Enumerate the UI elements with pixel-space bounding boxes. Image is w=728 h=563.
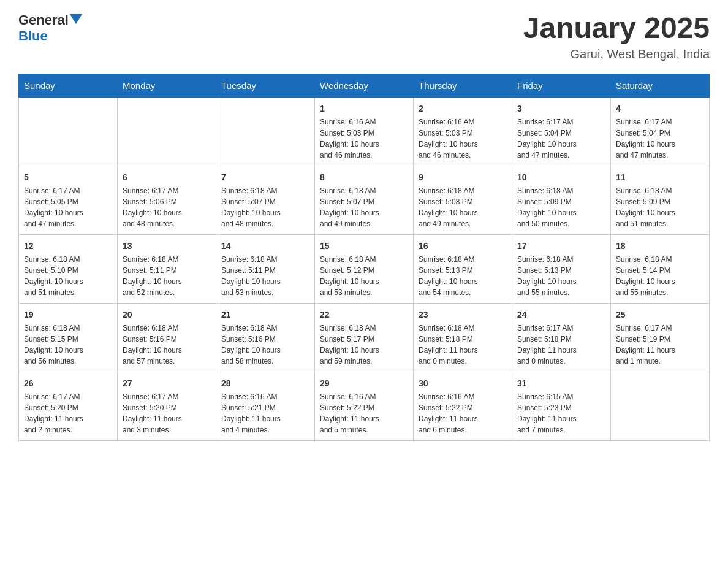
calendar-cell: 31Sunrise: 6:15 AM Sunset: 5:23 PM Dayli…: [512, 372, 611, 440]
day-info: Sunrise: 6:17 AM Sunset: 5:18 PM Dayligh…: [517, 323, 605, 367]
calendar-table: SundayMondayTuesdayWednesdayThursdayFrid…: [18, 74, 710, 441]
column-header-thursday: Thursday: [414, 74, 512, 97]
calendar-cell: 18Sunrise: 6:18 AM Sunset: 5:14 PM Dayli…: [611, 234, 710, 303]
day-info: Sunrise: 6:17 AM Sunset: 5:20 PM Dayligh…: [123, 391, 211, 435]
calendar-cell: 4Sunrise: 6:17 AM Sunset: 5:04 PM Daylig…: [611, 97, 710, 166]
day-info: Sunrise: 6:17 AM Sunset: 5:20 PM Dayligh…: [24, 391, 112, 435]
day-number: 1: [320, 102, 408, 115]
calendar-cell: 29Sunrise: 6:16 AM Sunset: 5:22 PM Dayli…: [315, 372, 414, 440]
day-number: 23: [419, 308, 507, 321]
calendar-cell: 12Sunrise: 6:18 AM Sunset: 5:10 PM Dayli…: [19, 234, 118, 303]
calendar-cell: 8Sunrise: 6:18 AM Sunset: 5:07 PM Daylig…: [315, 166, 414, 234]
column-header-friday: Friday: [512, 74, 611, 97]
calendar-cell: 24Sunrise: 6:17 AM Sunset: 5:18 PM Dayli…: [512, 303, 611, 372]
calendar-cell: [19, 97, 118, 166]
day-info: Sunrise: 6:18 AM Sunset: 5:13 PM Dayligh…: [419, 254, 507, 298]
calendar-week-4: 19Sunrise: 6:18 AM Sunset: 5:15 PM Dayli…: [19, 303, 710, 372]
day-info: Sunrise: 6:17 AM Sunset: 5:04 PM Dayligh…: [616, 117, 704, 161]
calendar-cell: 2Sunrise: 6:16 AM Sunset: 5:03 PM Daylig…: [414, 97, 512, 166]
day-info: Sunrise: 6:18 AM Sunset: 5:12 PM Dayligh…: [320, 254, 408, 298]
day-info: Sunrise: 6:18 AM Sunset: 5:07 PM Dayligh…: [320, 185, 408, 229]
calendar-cell: 26Sunrise: 6:17 AM Sunset: 5:20 PM Dayli…: [19, 372, 118, 440]
calendar-cell: 17Sunrise: 6:18 AM Sunset: 5:13 PM Dayli…: [512, 234, 611, 303]
day-number: 30: [419, 377, 507, 390]
day-number: 12: [24, 240, 112, 253]
day-info: Sunrise: 6:16 AM Sunset: 5:03 PM Dayligh…: [419, 117, 507, 161]
logo-triangle-icon: [70, 14, 82, 24]
calendar-cell: 10Sunrise: 6:18 AM Sunset: 5:09 PM Dayli…: [512, 166, 611, 234]
calendar-cell: [216, 97, 315, 166]
day-number: 20: [123, 308, 211, 321]
calendar-cell: 1Sunrise: 6:16 AM Sunset: 5:03 PM Daylig…: [315, 97, 414, 166]
calendar-week-5: 26Sunrise: 6:17 AM Sunset: 5:20 PM Dayli…: [19, 372, 710, 440]
day-number: 24: [517, 308, 605, 321]
day-number: 28: [221, 377, 309, 390]
day-number: 13: [123, 240, 211, 253]
title-section: January 2025 Garui, West Bengal, India: [523, 12, 710, 61]
day-info: Sunrise: 6:16 AM Sunset: 5:22 PM Dayligh…: [419, 391, 507, 435]
day-info: Sunrise: 6:18 AM Sunset: 5:07 PM Dayligh…: [221, 185, 309, 229]
day-info: Sunrise: 6:18 AM Sunset: 5:11 PM Dayligh…: [221, 254, 309, 298]
day-number: 16: [419, 240, 507, 253]
day-info: Sunrise: 6:18 AM Sunset: 5:18 PM Dayligh…: [419, 323, 507, 367]
day-number: 15: [320, 240, 408, 253]
calendar-cell: 30Sunrise: 6:16 AM Sunset: 5:22 PM Dayli…: [414, 372, 512, 440]
day-info: Sunrise: 6:18 AM Sunset: 5:17 PM Dayligh…: [320, 323, 408, 367]
calendar-cell: 13Sunrise: 6:18 AM Sunset: 5:11 PM Dayli…: [118, 234, 216, 303]
logo-text: General: [18, 12, 82, 28]
day-number: 31: [517, 377, 605, 390]
calendar-cell: 20Sunrise: 6:18 AM Sunset: 5:16 PM Dayli…: [118, 303, 216, 372]
calendar-week-1: 1Sunrise: 6:16 AM Sunset: 5:03 PM Daylig…: [19, 97, 710, 166]
calendar-cell: 25Sunrise: 6:17 AM Sunset: 5:19 PM Dayli…: [611, 303, 710, 372]
day-info: Sunrise: 6:17 AM Sunset: 5:19 PM Dayligh…: [616, 323, 704, 367]
column-header-tuesday: Tuesday: [216, 74, 315, 97]
calendar-cell: 14Sunrise: 6:18 AM Sunset: 5:11 PM Dayli…: [216, 234, 315, 303]
calendar-cell: 9Sunrise: 6:18 AM Sunset: 5:08 PM Daylig…: [414, 166, 512, 234]
column-header-sunday: Sunday: [19, 74, 118, 97]
day-number: 25: [616, 308, 704, 321]
day-number: 3: [517, 102, 605, 115]
calendar-cell: 5Sunrise: 6:17 AM Sunset: 5:05 PM Daylig…: [19, 166, 118, 234]
day-info: Sunrise: 6:18 AM Sunset: 5:09 PM Dayligh…: [517, 185, 605, 229]
day-info: Sunrise: 6:18 AM Sunset: 5:08 PM Dayligh…: [419, 185, 507, 229]
day-info: Sunrise: 6:18 AM Sunset: 5:14 PM Dayligh…: [616, 254, 704, 298]
column-header-monday: Monday: [118, 74, 216, 97]
day-number: 5: [24, 171, 112, 184]
column-header-saturday: Saturday: [611, 74, 710, 97]
calendar-cell: 16Sunrise: 6:18 AM Sunset: 5:13 PM Dayli…: [414, 234, 512, 303]
calendar-body: 1Sunrise: 6:16 AM Sunset: 5:03 PM Daylig…: [19, 97, 710, 440]
calendar-cell: [611, 372, 710, 440]
calendar-cell: 27Sunrise: 6:17 AM Sunset: 5:20 PM Dayli…: [118, 372, 216, 440]
day-number: 29: [320, 377, 408, 390]
day-number: 10: [517, 171, 605, 184]
day-number: 11: [616, 171, 704, 184]
calendar-cell: 6Sunrise: 6:17 AM Sunset: 5:06 PM Daylig…: [118, 166, 216, 234]
day-number: 26: [24, 377, 112, 390]
day-info: Sunrise: 6:18 AM Sunset: 5:13 PM Dayligh…: [517, 254, 605, 298]
calendar-cell: 23Sunrise: 6:18 AM Sunset: 5:18 PM Dayli…: [414, 303, 512, 372]
calendar-cell: 7Sunrise: 6:18 AM Sunset: 5:07 PM Daylig…: [216, 166, 315, 234]
day-info: Sunrise: 6:16 AM Sunset: 5:21 PM Dayligh…: [221, 391, 309, 435]
day-number: 21: [221, 308, 309, 321]
calendar-week-3: 12Sunrise: 6:18 AM Sunset: 5:10 PM Dayli…: [19, 234, 710, 303]
day-number: 17: [517, 240, 605, 253]
day-info: Sunrise: 6:16 AM Sunset: 5:03 PM Dayligh…: [320, 117, 408, 161]
day-info: Sunrise: 6:18 AM Sunset: 5:11 PM Dayligh…: [123, 254, 211, 298]
logo-blue-text: Blue: [18, 28, 48, 44]
day-number: 4: [616, 102, 704, 115]
day-info: Sunrise: 6:18 AM Sunset: 5:16 PM Dayligh…: [123, 323, 211, 367]
day-number: 2: [419, 102, 507, 115]
calendar-cell: 28Sunrise: 6:16 AM Sunset: 5:21 PM Dayli…: [216, 372, 315, 440]
page-title: January 2025: [523, 12, 710, 45]
day-number: 9: [419, 171, 507, 184]
day-info: Sunrise: 6:18 AM Sunset: 5:09 PM Dayligh…: [616, 185, 704, 229]
calendar-header: SundayMondayTuesdayWednesdayThursdayFrid…: [19, 74, 710, 97]
calendar-cell: 21Sunrise: 6:18 AM Sunset: 5:16 PM Dayli…: [216, 303, 315, 372]
day-number: 19: [24, 308, 112, 321]
day-info: Sunrise: 6:15 AM Sunset: 5:23 PM Dayligh…: [517, 391, 605, 435]
day-number: 22: [320, 308, 408, 321]
calendar-cell: 15Sunrise: 6:18 AM Sunset: 5:12 PM Dayli…: [315, 234, 414, 303]
calendar-cell: 22Sunrise: 6:18 AM Sunset: 5:17 PM Dayli…: [315, 303, 414, 372]
day-info: Sunrise: 6:17 AM Sunset: 5:06 PM Dayligh…: [123, 185, 211, 229]
day-number: 6: [123, 171, 211, 184]
